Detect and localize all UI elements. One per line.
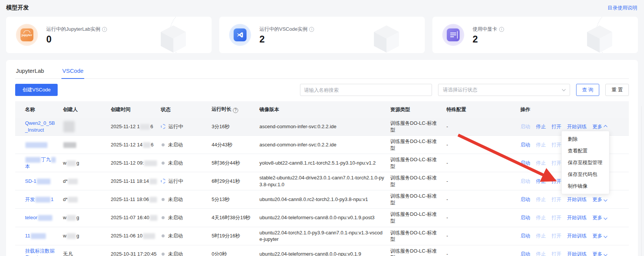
special-config-cell: - bbox=[446, 227, 482, 245]
redacted-text bbox=[51, 157, 56, 163]
gpu-count: 2 bbox=[473, 35, 504, 44]
special-config-cell: - bbox=[446, 136, 482, 154]
status-filter-select[interactable]: 请选择运行状态 bbox=[438, 84, 570, 96]
action-open-link: 打开 bbox=[551, 141, 561, 148]
action-stop-link[interactable]: 停止 bbox=[536, 123, 546, 130]
table-header-row: 名称 创建人 创建时间 状态 运行时长? 镜像版本 资源类型 特殊配置 操作 bbox=[15, 101, 629, 118]
query-button[interactable]: 查 询 bbox=[576, 84, 600, 96]
col-header-created-time: 创建时间 bbox=[111, 101, 161, 118]
action-start-training-link[interactable]: 开始训练 bbox=[567, 232, 587, 239]
info-icon[interactable]: i bbox=[102, 27, 107, 32]
instance-name-link[interactable]: Qwen2_0_5B_Instruct bbox=[25, 120, 55, 133]
duration-cell: 44分43秒 bbox=[212, 136, 259, 154]
action-start-training-link[interactable]: 开始训练 bbox=[567, 251, 587, 256]
gpu-icon bbox=[442, 24, 464, 46]
scrollbar-track[interactable] bbox=[641, 106, 642, 256]
instances-panel: JupyterLab VSCode 创建VSCode 请选择运行状态 查 询 重… bbox=[6, 60, 638, 256]
redacted-text bbox=[144, 160, 157, 166]
reset-button[interactable]: 重 置 bbox=[605, 84, 629, 96]
action-stop-link[interactable]: 停止 bbox=[536, 178, 546, 185]
tab-bar: JupyterLab VSCode bbox=[15, 67, 629, 79]
search-input[interactable] bbox=[300, 84, 432, 96]
status-badge: 未启动 bbox=[168, 214, 183, 221]
chevron-up-icon bbox=[604, 125, 608, 129]
col-header-duration: 运行时长? bbox=[212, 101, 259, 118]
image-version-cell: ubuntu20.04-cann8.0.rc2-torch2.1.0-py3.8… bbox=[259, 190, 390, 209]
col-header-status: 状态 bbox=[161, 101, 212, 118]
image-version-cell: stable2-ubuntu22.04-drive23.0.1-cann7.0.… bbox=[259, 172, 390, 190]
action-open-link[interactable]: 打开 bbox=[551, 123, 561, 130]
create-vscode-button[interactable]: 创建VSCode bbox=[15, 84, 58, 96]
redacted-text bbox=[150, 215, 157, 221]
action-more-link[interactable]: 更多 bbox=[592, 196, 607, 203]
stat-cards: jupyter 运行中的JupyterLab实例i 0 运行中的VSCode实例… bbox=[6, 17, 638, 53]
cell-text: 6 bbox=[150, 124, 153, 129]
redacted-text bbox=[67, 215, 76, 221]
cell-text: 2025-11-07 16:40 bbox=[111, 215, 149, 220]
help-icon[interactable]: ? bbox=[233, 108, 238, 113]
table-row: 2025-11-12 146未启动44分43秒ascend-common-inf… bbox=[15, 136, 629, 154]
chevron-down-icon bbox=[604, 198, 608, 202]
action-stop-link: 停止 bbox=[536, 232, 546, 239]
vscode-icon bbox=[229, 24, 251, 46]
action-more-link[interactable]: 更多 bbox=[592, 232, 607, 239]
vscode-count: 2 bbox=[259, 35, 314, 44]
instance-name-link[interactable]: teleor bbox=[25, 215, 38, 220]
action-start-training-link[interactable]: 开始训练 bbox=[567, 214, 587, 221]
action-start-link[interactable]: 启动 bbox=[520, 251, 530, 256]
special-config-cell: - bbox=[446, 209, 482, 227]
table-row: 挂载标注数据集_vd无凡2025-10-31 17:20:45未启动0分0秒ub… bbox=[15, 245, 629, 256]
redacted-text bbox=[140, 124, 150, 130]
info-icon[interactable]: i bbox=[499, 27, 504, 32]
instance-name-link[interactable]: 本 bbox=[25, 163, 30, 169]
action-more-link[interactable]: 更多 bbox=[592, 214, 607, 221]
action-open-link: 打开 bbox=[551, 160, 561, 166]
tab-vscode[interactable]: VSCode bbox=[61, 67, 84, 79]
menu-item-save-to-code-package[interactable]: 保存至代码包 bbox=[562, 168, 609, 180]
menu-item-delete[interactable]: 删除 bbox=[562, 133, 609, 145]
status-badge: 未启动 bbox=[168, 251, 183, 256]
instance-name-link[interactable]: 1 bbox=[51, 196, 53, 202]
action-start-link[interactable]: 启动 bbox=[520, 232, 530, 239]
action-start-training-link[interactable]: 开始训练 bbox=[567, 196, 587, 203]
top-bar: 模型开发 目录使用说明 bbox=[0, 0, 644, 14]
action-start-link[interactable]: 启动 bbox=[520, 141, 530, 148]
cell-text: w bbox=[63, 160, 66, 166]
info-icon[interactable]: i bbox=[309, 27, 314, 32]
cell-text: 2025-11-12 09: bbox=[111, 160, 144, 166]
action-open-link: 打开 bbox=[551, 196, 561, 203]
duration-cell: 3分16秒 bbox=[212, 118, 259, 136]
instance-name-link[interactable]: 11 bbox=[25, 233, 30, 239]
action-more-link[interactable]: 更多 bbox=[592, 123, 607, 130]
action-start-link[interactable]: 启动 bbox=[520, 160, 530, 166]
menu-item-view-config[interactable]: 查看配置 bbox=[562, 145, 609, 157]
special-config-cell: - bbox=[446, 245, 482, 256]
action-open-link[interactable]: 打开 bbox=[551, 178, 561, 185]
col-header-operations: 操作 bbox=[482, 101, 629, 118]
cell-text: d* bbox=[63, 196, 68, 202]
chevron-down-icon bbox=[604, 234, 608, 238]
redacted-text bbox=[63, 121, 75, 132]
instance-name-link[interactable]: 丁九 bbox=[41, 157, 51, 162]
table-row: Qwen2_0_5B_Instruct2025-11-12 16运行中3分16秒… bbox=[15, 118, 629, 136]
action-stop-link: 停止 bbox=[536, 251, 546, 256]
status-badge: 未启动 bbox=[168, 141, 183, 148]
status-stopped-dot-icon bbox=[162, 216, 165, 219]
special-config-cell: - bbox=[446, 190, 482, 209]
instance-name-link[interactable]: SD-1 bbox=[25, 178, 36, 184]
instance-name-link[interactable]: 挂载标注数据集_vd bbox=[25, 248, 55, 256]
action-start-link[interactable]: 启动 bbox=[520, 196, 530, 203]
docs-usage-link[interactable]: 目录使用说明 bbox=[608, 5, 637, 11]
card-label: 运行中的VSCode实例 bbox=[259, 26, 307, 33]
table-row: teleorwg2025-11-07 16:40未启动4天16时38分19秒ub… bbox=[15, 209, 629, 227]
resource-type-cell: 训练服务DO-LC-标准型 bbox=[390, 227, 446, 245]
action-more-link[interactable]: 更多 bbox=[592, 251, 607, 256]
tab-jupyterlab[interactable]: JupyterLab bbox=[15, 67, 45, 79]
resource-type-cell: 训练服务DO-LC-标准型 bbox=[390, 172, 446, 190]
action-start-training-link[interactable]: 开始训练 bbox=[567, 123, 587, 130]
action-start-link[interactable]: 启动 bbox=[520, 214, 530, 221]
duration-cell: 5分13秒 bbox=[212, 190, 259, 209]
instance-name-link[interactable]: 开发 bbox=[25, 196, 35, 202]
menu-item-make-image[interactable]: 制作镜像 bbox=[562, 180, 609, 192]
menu-item-save-to-model-management[interactable]: 保存至模型管理 bbox=[562, 157, 609, 168]
